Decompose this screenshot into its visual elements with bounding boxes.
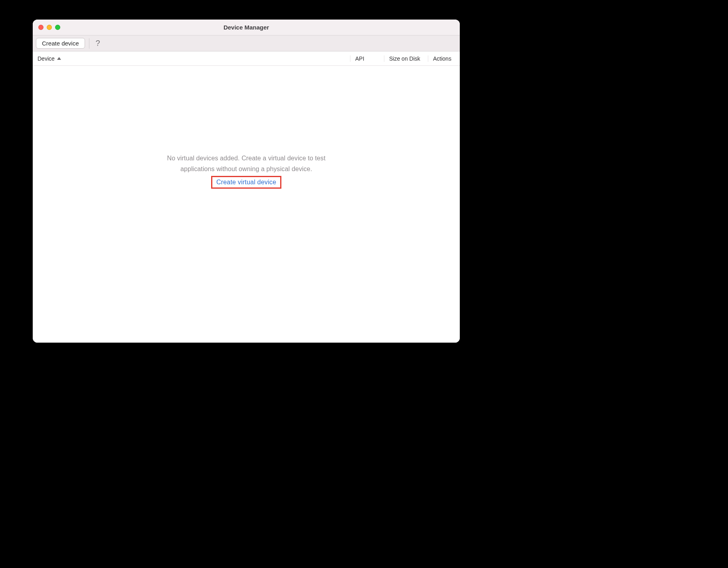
- column-header-size[interactable]: Size on Disk: [384, 55, 428, 62]
- column-header-label: Device: [38, 55, 55, 62]
- window-title: Device Manager: [33, 24, 460, 31]
- close-icon[interactable]: [38, 25, 44, 30]
- sort-asc-icon: [57, 57, 61, 60]
- minimize-icon[interactable]: [47, 25, 52, 30]
- column-header-label: API: [355, 55, 364, 62]
- help-icon[interactable]: ?: [93, 39, 103, 48]
- create-virtual-device-link[interactable]: Create virtual device: [216, 179, 276, 185]
- device-manager-window: Device Manager Create device ? Device AP…: [33, 20, 460, 343]
- column-header-actions[interactable]: Actions: [428, 55, 460, 62]
- column-header-label: Actions: [433, 55, 451, 62]
- maximize-icon[interactable]: [55, 25, 60, 30]
- window-controls: [33, 25, 60, 30]
- table-body: No virtual devices added. Create a virtu…: [33, 66, 460, 343]
- create-device-button[interactable]: Create device: [36, 38, 85, 49]
- empty-state-text: No virtual devices added. Create a virtu…: [33, 153, 460, 174]
- table-header-row: Device API Size on Disk Actions: [33, 51, 460, 66]
- empty-state: No virtual devices added. Create a virtu…: [33, 153, 460, 189]
- highlight-box: Create virtual device: [211, 176, 281, 189]
- column-header-label: Size on Disk: [389, 55, 420, 62]
- titlebar: Device Manager: [33, 20, 460, 36]
- column-header-api[interactable]: API: [350, 55, 384, 62]
- toolbar-divider: [89, 38, 89, 49]
- column-header-device[interactable]: Device: [33, 55, 350, 62]
- toolbar: Create device ?: [33, 36, 460, 51]
